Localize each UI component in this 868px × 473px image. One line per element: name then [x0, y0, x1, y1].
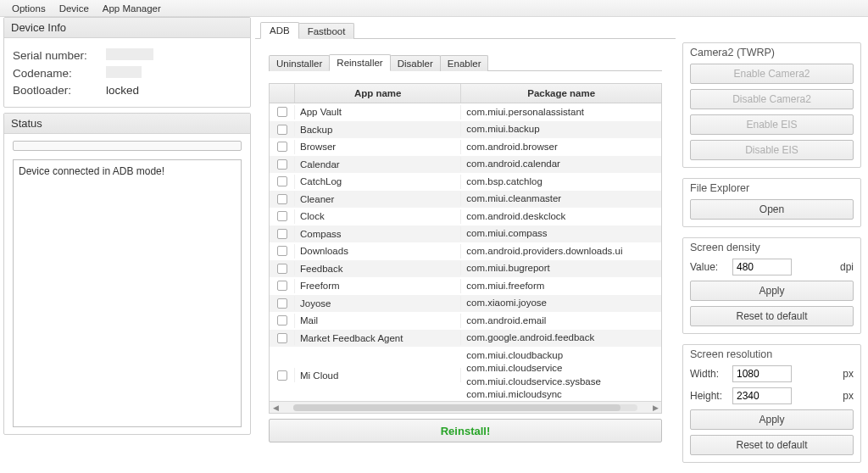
table-row[interactable]: Market Feedback Agentcom.google.android.…	[270, 330, 661, 348]
res-width-unit: px	[836, 368, 854, 380]
device-info-header: Device Info	[4, 18, 250, 38]
row-checkbox[interactable]	[277, 142, 287, 152]
package-name-cell: com.android.email	[461, 312, 661, 330]
table-row[interactable]: Feedbackcom.miui.bugreport	[270, 260, 661, 278]
screen-density-group: Screen density Value: dpi Apply Reset to…	[682, 237, 861, 334]
table-row[interactable]: Freeformcom.miui.freeform	[270, 277, 661, 295]
menu-device[interactable]: Device	[53, 2, 96, 15]
res-width-label: Width:	[690, 368, 732, 380]
row-checkbox[interactable]	[277, 264, 287, 274]
codename-label: Codename:	[13, 67, 106, 80]
status-progress	[13, 141, 242, 151]
row-checkbox[interactable]	[277, 176, 287, 186]
package-name-cell: com.android.calendar	[461, 156, 661, 174]
row-checkbox[interactable]	[277, 194, 287, 204]
package-name-cell: com.miui.compass	[461, 225, 661, 243]
main-tabs: ADB Fastboot	[255, 20, 676, 39]
app-name-cell: Calendar	[295, 157, 461, 171]
app-action-tabs: Uninstaller Reinstaller Disabler Enabler	[269, 51, 662, 71]
menu-options[interactable]: Options	[5, 2, 53, 15]
res-apply-button[interactable]: Apply	[690, 409, 854, 430]
table-row[interactable]: Joyosecom.xiaomi.joyose	[270, 295, 661, 313]
enable-eis-button[interactable]: Enable EIS	[690, 114, 854, 135]
apps-table-body[interactable]: App Vaultcom.miui.personalassistantBacku…	[270, 103, 661, 401]
menu-app-manager[interactable]: App Manager	[96, 2, 168, 15]
app-name-cell: Feedback	[295, 261, 461, 275]
table-row[interactable]: Browsercom.android.browser	[270, 138, 661, 156]
row-checkbox[interactable]	[277, 246, 287, 256]
density-value-input[interactable]	[732, 259, 792, 275]
table-row[interactable]: Calendarcom.android.calendar	[270, 156, 661, 174]
app-name-cell: Compass	[295, 226, 461, 241]
tab-enabler[interactable]: Enabler	[440, 55, 489, 71]
table-row[interactable]: Backupcom.miui.backup	[270, 121, 661, 139]
package-name-cell: com.android.browser	[461, 138, 661, 156]
table-row[interactable]: Clockcom.android.deskclock	[270, 208, 661, 225]
row-checkbox[interactable]	[277, 315, 287, 326]
package-name-cell: com.xiaomi.joyose	[461, 295, 661, 313]
camera2-group: Camera2 (TWRP) Enable Camera2 Disable Ca…	[682, 42, 861, 168]
package-name-cell: com.miui.cloudbackupcom.miui.cloudservic…	[461, 347, 661, 401]
status-panel: Status Device connected in ADB mode!	[3, 113, 251, 435]
row-checkbox[interactable]	[277, 211, 287, 221]
table-row[interactable]: Mailcom.android.email	[270, 312, 661, 330]
tab-adb[interactable]: ADB	[260, 22, 299, 39]
app-name-cell: Backup	[295, 122, 461, 136]
res-reset-button[interactable]: Reset to default	[690, 435, 854, 455]
row-checkbox[interactable]	[277, 298, 287, 309]
row-checkbox[interactable]	[277, 125, 287, 135]
app-name-cell: Downloads	[295, 244, 461, 259]
serial-label: Serial number:	[13, 49, 106, 62]
horizontal-scrollbar[interactable]: ◀ ▶	[270, 401, 661, 413]
status-header: Status	[4, 114, 250, 134]
table-row[interactable]: Mi Cloudcom.miui.cloudbackupcom.miui.clo…	[270, 347, 661, 401]
table-row[interactable]: Cleanercom.miui.cleanmaster	[270, 191, 661, 209]
status-message: Device connected in ADB mode!	[19, 165, 236, 177]
table-row[interactable]: Compasscom.miui.compass	[270, 225, 661, 243]
res-width-input[interactable]	[732, 365, 792, 382]
open-file-explorer-button[interactable]: Open	[690, 199, 854, 220]
device-info-panel: Device Info Serial number: Codename: Boo…	[3, 17, 251, 108]
tab-disabler[interactable]: Disabler	[390, 55, 441, 71]
camera2-title: Camera2 (TWRP)	[690, 47, 775, 58]
density-reset-button[interactable]: Reset to default	[690, 306, 854, 326]
tab-uninstaller[interactable]: Uninstaller	[269, 55, 330, 71]
file-explorer-group: File Explorer Open	[682, 178, 861, 227]
app-name-cell: Joyose	[295, 296, 461, 310]
app-name-cell: Mail	[295, 314, 461, 328]
row-checkbox[interactable]	[277, 281, 287, 291]
file-explorer-title: File Explorer	[690, 182, 749, 194]
tab-reinstaller[interactable]: Reinstaller	[329, 54, 390, 71]
app-name-cell: Clock	[295, 209, 461, 224]
disable-eis-button[interactable]: Disable EIS	[690, 140, 854, 160]
package-name-cell: com.miui.cleanmaster	[461, 191, 661, 209]
resolution-title: Screen resolution	[690, 348, 772, 360]
row-checkbox[interactable]	[277, 333, 287, 343]
app-name-cell: App Vault	[295, 105, 461, 120]
table-row[interactable]: App Vaultcom.miui.personalassistant	[270, 103, 661, 121]
package-name-cell: com.android.deskclock	[461, 208, 661, 225]
density-apply-button[interactable]: Apply	[690, 281, 854, 301]
app-name-cell: Market Feedback Agent	[295, 331, 461, 345]
tab-fastboot[interactable]: Fastboot	[298, 23, 355, 39]
disable-camera2-button[interactable]: Disable Camera2	[690, 89, 854, 109]
table-row[interactable]: Downloadscom.android.providers.downloads…	[270, 242, 661, 260]
col-app: App name	[295, 84, 461, 103]
density-unit: dpi	[833, 261, 854, 273]
row-checkbox[interactable]	[277, 229, 287, 239]
row-checkbox[interactable]	[277, 107, 287, 117]
reinstall-button[interactable]: Reinstall!	[269, 419, 662, 442]
row-checkbox[interactable]	[277, 159, 287, 170]
bootloader-label: Bootloader:	[13, 84, 106, 97]
res-height-unit: px	[836, 390, 854, 402]
scroll-right-icon[interactable]: ▶	[649, 402, 661, 414]
res-height-input[interactable]	[732, 387, 792, 404]
col-pkg: Package name	[461, 84, 661, 103]
scroll-left-icon[interactable]: ◀	[270, 402, 281, 414]
app-name-cell: Cleaner	[295, 192, 461, 206]
app-name-cell: Browser	[295, 140, 461, 154]
screen-resolution-group: Screen resolution Width: px Height: px A…	[682, 344, 861, 463]
enable-camera2-button[interactable]: Enable Camera2	[690, 64, 854, 84]
table-row[interactable]: CatchLogcom.bsp.catchlog	[270, 173, 661, 191]
row-checkbox[interactable]	[277, 370, 287, 381]
